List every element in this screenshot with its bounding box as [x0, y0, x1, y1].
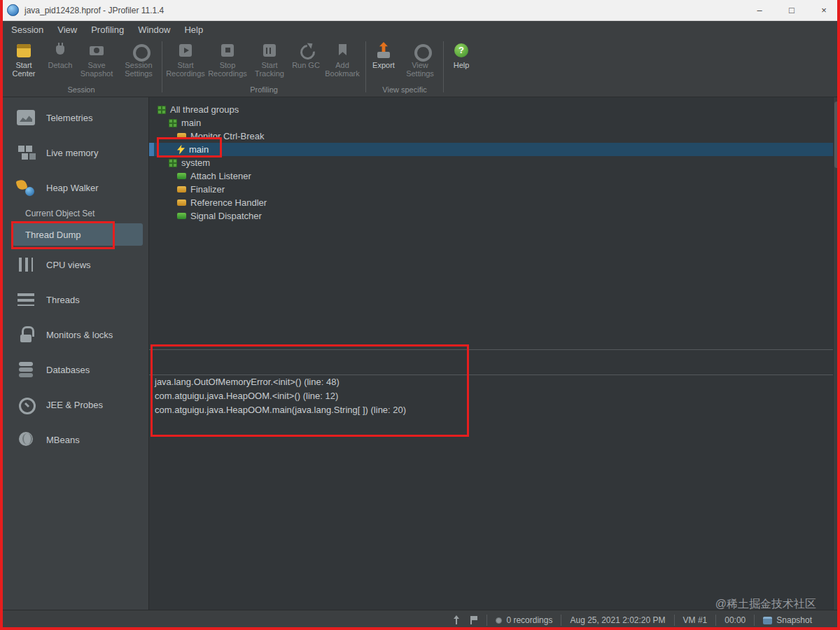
toolbar-group-help: Help — [446, 37, 477, 97]
help-icon — [452, 42, 470, 59]
menu-view[interactable]: View — [50, 23, 84, 36]
toolbar-group-label-session: Session — [3, 84, 160, 97]
tree-row-all-thread-groups[interactable]: All thread groups — [149, 103, 840, 116]
start-center-button[interactable]: Start Center — [3, 40, 45, 80]
statusbar-separator — [715, 615, 716, 626]
run-gc-button[interactable]: Run GC — [290, 40, 321, 71]
detach-button[interactable]: Detach — [45, 40, 76, 71]
status-bar: 0 recordings Aug 25, 2021 2:02:20 PM VM … — [0, 610, 840, 630]
tree-row-system-group[interactable]: system — [149, 156, 840, 169]
cpu-views-icon — [14, 255, 38, 274]
telemetries-icon — [14, 108, 38, 127]
tree-row-signal-dispatcher[interactable]: Signal Dispatcher — [149, 209, 840, 223]
stack-frame[interactable]: com.atguigu.java.HeapOOM.<init>() (line:… — [149, 389, 840, 403]
thread-group-icon — [169, 119, 177, 127]
save-snapshot-button[interactable]: Save Snapshot — [76, 40, 118, 80]
menu-help[interactable]: Help — [177, 23, 210, 36]
start-center-icon — [15, 42, 33, 59]
toolbar-separator — [443, 41, 444, 92]
help-button[interactable]: Help — [446, 40, 477, 71]
window-controls: – □ × — [743, 0, 840, 20]
thread-runnable-icon — [177, 213, 186, 219]
sidebar-item-telemetries[interactable]: Telemetries — [0, 100, 148, 135]
export-icon — [374, 42, 393, 59]
gauge-icon — [14, 395, 38, 414]
tree-row-reference-handler[interactable]: Reference Handler — [149, 196, 840, 209]
menu-session[interactable]: Session — [4, 23, 50, 36]
toolbar-group-label-view-specific: View specific — [368, 84, 441, 97]
recordings-count: 0 recordings — [506, 615, 552, 625]
sidebar-item-jee-probes[interactable]: JEE & Probes — [0, 387, 148, 422]
view-sidebar: Telemetries Live memory Heap Walker Curr… — [0, 97, 149, 610]
stack-frame[interactable]: com.atguigu.java.HeapOOM.main(java.lang.… — [149, 403, 840, 417]
minimize-button[interactable]: – — [743, 0, 776, 20]
detach-icon — [51, 42, 69, 59]
export-button[interactable]: Export — [368, 40, 399, 71]
thread-groups-tree: All thread groups main Monitor Ctrl-Brea… — [149, 97, 840, 349]
tree-row-attach-listener[interactable]: Attach Listener — [149, 169, 840, 183]
pin-icon[interactable] — [451, 615, 461, 625]
toolbar-group-session: Start Center Detach Save Snapshot Sessio… — [3, 37, 160, 97]
globe-icon — [14, 430, 38, 449]
thread-running-bolt-icon — [177, 145, 185, 155]
thread-group-icon — [169, 159, 177, 167]
thread-waiting-icon — [177, 133, 186, 139]
thread-runnable-icon — [177, 173, 186, 179]
record-indicator-icon — [496, 617, 502, 624]
run-gc-icon — [297, 42, 315, 59]
save-snapshot-icon — [88, 42, 106, 59]
padlock-icon — [14, 325, 38, 344]
view-settings-gear-icon — [411, 42, 429, 59]
add-bookmark-icon — [333, 42, 351, 59]
start-tracking-icon — [260, 42, 279, 59]
thread-dump-view: All thread groups main Monitor Ctrl-Brea… — [149, 97, 840, 610]
view-settings-button[interactable]: View Settings — [399, 40, 441, 80]
close-button[interactable]: × — [808, 0, 840, 20]
toolbar-group-view-specific: Export View Settings View specific — [368, 37, 441, 97]
toolbar-separator — [162, 41, 162, 92]
start-tracking-button[interactable]: Start Tracking — [248, 40, 290, 80]
tree-row-main-group[interactable]: main — [149, 116, 840, 130]
tree-row-main-thread[interactable]: main — [149, 143, 840, 156]
sidebar-item-live-memory[interactable]: Live memory — [0, 135, 148, 170]
stack-frame[interactable]: java.lang.OutOfMemoryError.<init>() (lin… — [149, 375, 840, 389]
tree-row-finalizer[interactable]: Finalizer — [149, 183, 840, 196]
flag-icon[interactable] — [468, 615, 478, 625]
toolbar-group-profiling: Start Recordings Stop Recordings Start T… — [164, 37, 363, 97]
menu-window[interactable]: Window — [131, 23, 177, 36]
heap-walker-icon — [14, 178, 38, 197]
snapshot-label: Snapshot — [776, 615, 812, 625]
thread-waiting-icon — [177, 186, 186, 192]
scrollbar-thumb[interactable] — [834, 102, 839, 168]
sidebar-item-threads[interactable]: Threads — [0, 282, 148, 317]
add-bookmark-button[interactable]: Add Bookmark — [321, 40, 363, 80]
vertical-scrollbar[interactable] — [833, 97, 840, 610]
selection-marker — [149, 143, 154, 156]
content-area: Telemetries Live memory Heap Walker Curr… — [0, 97, 840, 610]
maximize-button[interactable]: □ — [776, 0, 808, 20]
start-recordings-icon — [176, 42, 195, 59]
jprofiler-app-icon — [7, 4, 19, 16]
session-settings-button[interactable]: Session Settings — [118, 40, 160, 80]
current-object-set-label: Current Object Set — [0, 205, 148, 222]
toolbar-group-label-profiling: Profiling — [164, 84, 363, 97]
toolbar-separator — [365, 41, 366, 92]
statusbar-separator — [561, 615, 561, 626]
sidebar-item-databases[interactable]: Databases — [0, 352, 148, 387]
session-settings-gear-icon — [130, 42, 148, 59]
sidebar-item-cpu-views[interactable]: CPU views — [0, 247, 148, 282]
status-timestamp: Aug 25, 2021 2:02:20 PM — [570, 615, 665, 625]
databases-icon — [14, 360, 38, 379]
start-recordings-button[interactable]: Start Recordings — [164, 40, 206, 80]
menu-profiling[interactable]: Profiling — [84, 23, 131, 36]
title-bar: java_pid12428.hprof - JProfiler 11.1.4 –… — [0, 0, 840, 21]
sidebar-item-thread-dump[interactable]: Thread Dump — [13, 223, 143, 246]
sidebar-item-mbeans[interactable]: MBeans — [0, 422, 148, 457]
tree-row-monitor-ctrl-break[interactable]: Monitor Ctrl-Break — [149, 130, 840, 143]
sidebar-item-monitors-locks[interactable]: Monitors & locks — [0, 317, 148, 352]
statusbar-separator — [486, 615, 487, 626]
toolbar: Start Center Detach Save Snapshot Sessio… — [0, 37, 840, 97]
thread-waiting-icon — [177, 200, 186, 206]
stop-recordings-button[interactable]: Stop Recordings — [206, 40, 248, 80]
sidebar-item-heap-walker[interactable]: Heap Walker — [0, 170, 148, 205]
